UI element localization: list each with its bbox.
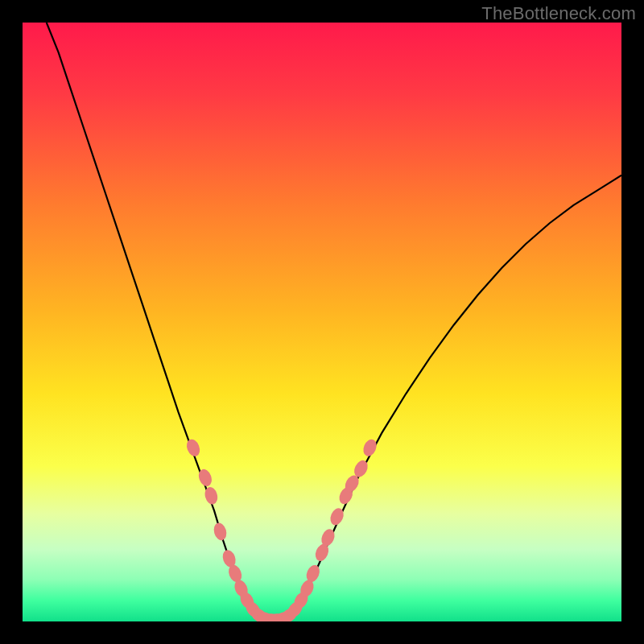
curve-layer [23, 23, 621, 621]
plot-area [23, 23, 621, 621]
marker-point [212, 522, 228, 542]
marker-point [184, 437, 202, 458]
highlighted-points [184, 437, 379, 621]
watermark-text: TheBottleneck.com [481, 3, 636, 24]
right-curve [292, 175, 621, 617]
marker-point [361, 437, 378, 458]
chart-frame: TheBottleneck.com [0, 0, 644, 644]
